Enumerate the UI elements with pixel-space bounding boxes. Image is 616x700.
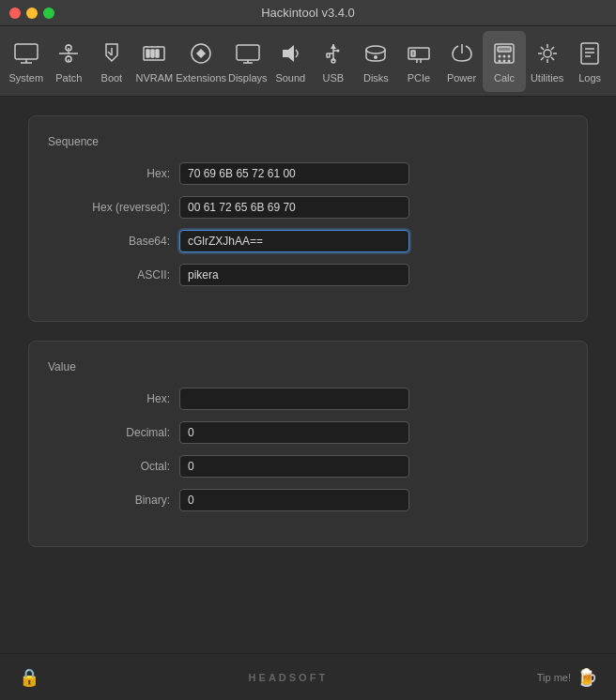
lock-icon: 🔒 xyxy=(19,667,39,688)
svg-rect-44 xyxy=(581,43,598,64)
minimize-button[interactable] xyxy=(26,8,38,19)
patch-icon xyxy=(54,38,84,68)
value-binary-row: Binary: xyxy=(48,489,568,511)
toolbar-item-utilities[interactable]: Utilities xyxy=(526,31,569,92)
utilities-icon xyxy=(532,38,562,68)
toolbar-item-logs[interactable]: Logs xyxy=(568,31,611,92)
boot-icon xyxy=(97,38,127,68)
pcie-icon xyxy=(404,38,434,68)
disks-icon xyxy=(361,38,391,68)
svg-point-43 xyxy=(544,50,551,57)
value-decimal-input[interactable] xyxy=(179,421,409,444)
toolbar-label-calc: Calc xyxy=(494,72,515,84)
svg-point-28 xyxy=(366,46,385,53)
value-binary-label: Binary: xyxy=(48,494,179,507)
value-octal-input[interactable] xyxy=(179,455,409,478)
toolbar-item-sound[interactable]: Sound xyxy=(270,31,313,92)
toolbar-label-disks: Disks xyxy=(363,72,389,84)
maximize-button[interactable] xyxy=(43,8,54,19)
beer-icon: 🍺 xyxy=(577,667,597,688)
hex-reversed-label: Hex (reversed): xyxy=(48,201,179,214)
value-hex-input[interactable] xyxy=(179,388,409,410)
calc-icon xyxy=(489,38,519,68)
value-hex-label: Hex: xyxy=(48,392,179,405)
base64-input[interactable] xyxy=(179,230,409,252)
svg-point-38 xyxy=(503,55,506,58)
footer-logo: HEADSOFT xyxy=(249,672,329,683)
svg-point-41 xyxy=(503,60,506,63)
svg-rect-31 xyxy=(411,51,415,56)
svg-rect-0 xyxy=(15,44,38,59)
logs-icon xyxy=(575,38,605,68)
svg-point-29 xyxy=(374,55,377,59)
value-octal-label: Octal: xyxy=(48,460,179,473)
ascii-label: ASCII: xyxy=(48,268,179,282)
toolbar-label-system: System xyxy=(8,72,43,84)
tip-label: Tip me! xyxy=(537,672,571,683)
ascii-input[interactable] xyxy=(179,264,409,286)
main-content: Sequence Hex: Hex (reversed): Base64: AS… xyxy=(0,97,616,566)
toolbar-item-boot[interactable]: Boot xyxy=(90,31,133,92)
svg-rect-10 xyxy=(146,50,149,57)
ascii-row: ASCII: xyxy=(48,264,568,286)
toolbar-label-utilities: Utilities xyxy=(531,72,563,84)
toolbar-label-nvram: NVRAM xyxy=(136,72,174,84)
svg-rect-24 xyxy=(327,53,330,57)
toolbar-item-patch[interactable]: Patch xyxy=(48,31,91,92)
svg-point-40 xyxy=(499,60,501,63)
toolbar-item-disks[interactable]: Disks xyxy=(355,31,398,92)
value-binary-input[interactable] xyxy=(179,489,409,511)
hex-row: Hex: xyxy=(48,162,568,185)
value-decimal-label: Decimal: xyxy=(48,426,179,439)
toolbar-item-system[interactable]: System xyxy=(5,31,48,92)
toolbar-item-calc[interactable]: Calc xyxy=(483,31,526,92)
nvram-icon xyxy=(139,38,169,68)
toolbar-label-usb: USB xyxy=(323,72,345,84)
value-panel: Value Hex: Decimal: Octal: Binary: xyxy=(28,341,588,547)
svg-point-39 xyxy=(508,55,511,58)
usb-icon xyxy=(318,38,348,68)
toolbar-label-power: Power xyxy=(447,72,476,84)
toolbar-item-displays[interactable]: Displays xyxy=(226,31,270,92)
svg-point-42 xyxy=(508,60,511,63)
svg-point-26 xyxy=(336,50,339,53)
svg-rect-17 xyxy=(237,45,259,60)
value-panel-title: Value xyxy=(48,360,568,373)
power-icon xyxy=(447,38,477,68)
toolbar-item-usb[interactable]: USB xyxy=(312,31,355,92)
traffic-lights[interactable] xyxy=(9,8,54,19)
value-octal-row: Octal: xyxy=(48,455,568,478)
tip-button[interactable]: Tip me! 🍺 xyxy=(537,667,597,688)
close-button[interactable] xyxy=(9,8,21,19)
toolbar-item-power[interactable]: Power xyxy=(440,31,484,92)
displays-icon xyxy=(233,38,263,68)
svg-rect-11 xyxy=(151,50,154,57)
svg-marker-22 xyxy=(331,44,336,49)
value-hex-row: Hex: xyxy=(48,388,568,410)
hex-reversed-input[interactable] xyxy=(179,196,409,219)
titlebar: Hackintool v3.4.0 xyxy=(0,0,616,26)
toolbar-label-extensions: Extensions xyxy=(176,72,226,84)
sequence-panel: Sequence Hex: Hex (reversed): Base64: AS… xyxy=(28,115,588,322)
toolbar-label-sound: Sound xyxy=(275,72,305,84)
svg-point-37 xyxy=(499,55,501,58)
extensions-icon xyxy=(186,38,216,68)
svg-marker-20 xyxy=(283,45,294,62)
toolbar: System Patch Boot xyxy=(0,26,616,97)
footer: 🔒 HEADSOFT Tip me! 🍺 xyxy=(0,653,616,700)
hex-input[interactable] xyxy=(179,162,409,185)
base64-label: Base64: xyxy=(48,235,179,248)
toolbar-item-pcie[interactable]: PCIe xyxy=(397,31,440,92)
toolbar-label-logs: Logs xyxy=(578,72,601,84)
toolbar-item-nvram[interactable]: NVRAM xyxy=(133,31,177,92)
system-icon xyxy=(11,38,41,68)
sequence-panel-title: Sequence xyxy=(48,135,568,148)
window-title: Hackintool v3.4.0 xyxy=(261,6,355,20)
toolbar-item-extensions[interactable]: Extensions xyxy=(176,31,226,92)
value-decimal-row: Decimal: xyxy=(48,421,568,444)
toolbar-label-patch: Patch xyxy=(55,72,82,84)
toolbar-label-boot: Boot xyxy=(101,72,123,84)
hex-label: Hex: xyxy=(48,167,179,180)
toolbar-label-pcie: PCIe xyxy=(408,72,430,84)
base64-row: Base64: xyxy=(48,230,568,252)
